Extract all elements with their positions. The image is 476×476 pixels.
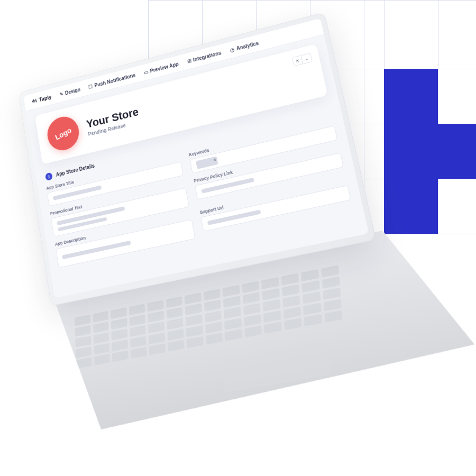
- chat-icon: ☐: [88, 83, 93, 89]
- nav-label: Analytics: [236, 40, 259, 51]
- remove-tag-icon[interactable]: ×: [213, 157, 217, 163]
- brand-icon: [31, 97, 38, 104]
- x-icon: ✕: [295, 58, 300, 63]
- laptop-screen-frame: Taply ✎ Design ☐ Push Notifications ▭ Pr…: [19, 12, 376, 306]
- store-logo-badge[interactable]: Logo: [42, 111, 84, 156]
- placeholder-skeleton: [207, 209, 261, 225]
- grid-icon: ⊞: [187, 58, 191, 64]
- brand[interactable]: Taply: [31, 94, 52, 104]
- phone-icon: ▭: [143, 69, 149, 75]
- step-indicator: 1: [45, 172, 53, 181]
- nav-analytics[interactable]: ◔ Analytics: [230, 40, 259, 53]
- pencil-icon: ✎: [59, 91, 63, 97]
- logo-text: Logo: [54, 125, 72, 141]
- keyword-tag[interactable]: ×: [196, 156, 218, 169]
- nav-label: Integrations: [193, 50, 222, 62]
- header-action-group: ✕ ⌄: [292, 53, 313, 67]
- nav-design[interactable]: ✎ Design: [59, 87, 81, 97]
- placeholder-skeleton: [62, 241, 131, 259]
- nav-label: Preview App: [150, 61, 179, 74]
- nav-label: Design: [65, 87, 80, 96]
- app-viewport: Taply ✎ Design ☐ Push Notifications ▭ Pr…: [23, 19, 369, 298]
- chevron-down-icon: ⌄: [304, 56, 309, 61]
- expand-button[interactable]: ⌄: [301, 53, 313, 64]
- analytics-icon: ◔: [230, 47, 235, 53]
- laptop-trackpad: [222, 342, 331, 393]
- brand-name: Taply: [39, 94, 52, 103]
